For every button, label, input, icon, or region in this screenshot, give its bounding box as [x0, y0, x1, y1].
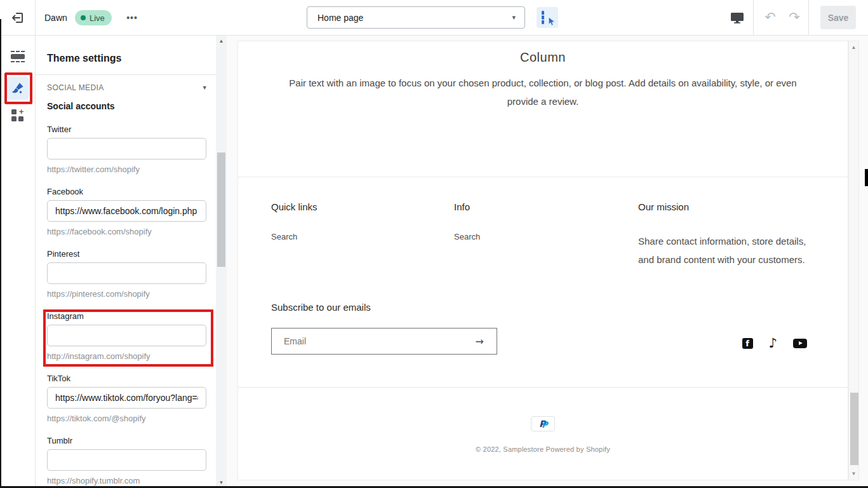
- window-edge-left: [0, 19, 1, 488]
- exit-button[interactable]: [0, 0, 36, 35]
- ellipsis-icon: •••: [126, 13, 138, 23]
- facebook-icon[interactable]: f: [742, 338, 753, 349]
- facebook-input[interactable]: [47, 200, 206, 222]
- redo-button[interactable]: ↷: [785, 8, 804, 27]
- sidebar-item-theme-settings[interactable]: [0, 77, 35, 100]
- info-heading: Info: [454, 201, 638, 212]
- quick-links-heading: Quick links: [271, 201, 454, 212]
- desktop-preview-button[interactable]: [728, 9, 747, 27]
- page-selector-dropdown[interactable]: Home page ▾: [307, 6, 525, 29]
- apps-icon: +: [11, 109, 24, 122]
- column-description: Pair text with an image to focus on your…: [275, 74, 811, 111]
- panel-scrollbar-thumb[interactable]: [217, 152, 225, 267]
- mission-heading: Our mission: [638, 201, 817, 212]
- page-selector-value: Home page: [317, 13, 363, 23]
- undo-button[interactable]: ↶: [761, 8, 780, 27]
- tumblr-helper: https://shopify.tumblr.com: [47, 476, 206, 485]
- save-button[interactable]: Save: [820, 6, 856, 29]
- subscribe-heading: Subscribe to our emails: [271, 302, 371, 313]
- arrow-right-icon: →: [476, 336, 484, 348]
- mission-text: Share contact information, store details…: [638, 232, 817, 269]
- shopify-theme-editor: Dawn Live ••• Home page ▾: [0, 0, 868, 488]
- twitter-input[interactable]: [47, 138, 206, 159]
- exit-icon: [11, 11, 25, 25]
- footer-columns: Quick links Search Info Search Our missi…: [271, 201, 822, 269]
- twitter-helper: https://twitter.com/shopify: [47, 165, 206, 174]
- preview-scrollbar-thumb[interactable]: [850, 393, 858, 465]
- footer-social-icons: f ♪: [742, 336, 807, 350]
- footer-column-info: Info Search: [454, 201, 638, 269]
- paypal-badge: P P: [531, 416, 555, 431]
- pinterest-input[interactable]: [47, 262, 206, 284]
- field-twitter: Twitter https://twitter.com/shopify: [47, 125, 206, 174]
- preview-scrollbar[interactable]: ▲ ▼: [848, 41, 859, 480]
- section-social-media-label: SOCIAL MEDIA: [47, 83, 104, 92]
- column-heading: Column: [238, 50, 848, 65]
- field-facebook: Facebook https://facebook.com/shopify: [47, 187, 206, 236]
- facebook-letter: f: [745, 339, 749, 349]
- live-dot-icon: [81, 15, 86, 20]
- tumblr-input[interactable]: [47, 449, 206, 471]
- sections-icon: [11, 51, 25, 62]
- info-search-link[interactable]: Search: [454, 232, 480, 241]
- instagram-label: Instagram: [47, 311, 206, 321]
- paypal-icon-front: P: [542, 420, 548, 430]
- live-status-badge: Live: [75, 10, 112, 25]
- selection-icon: [542, 12, 553, 24]
- editor-rail: +: [0, 36, 36, 488]
- section-select-tool-button[interactable]: [537, 7, 558, 28]
- sidebar-item-sections[interactable]: [0, 51, 35, 62]
- panel-title: Theme settings: [47, 53, 121, 64]
- chevron-down-icon: ▾: [512, 13, 516, 22]
- paintbrush-icon: [11, 82, 24, 95]
- footer-column-quick-links: Quick links Search: [271, 201, 454, 269]
- footer-bottom-divider: [238, 387, 848, 388]
- facebook-label: Facebook: [47, 187, 206, 196]
- store-preview: Column Pair text with an image to focus …: [237, 41, 848, 480]
- theme-settings-panel: Theme settings SOCIAL MEDIA ▼ Social acc…: [36, 36, 216, 488]
- preview-scroll-down-icon[interactable]: ▼: [849, 471, 858, 477]
- live-badge-label: Live: [90, 13, 105, 23]
- pinterest-helper: https://pinterest.com/shopify: [47, 289, 206, 299]
- newsletter-form: →: [271, 328, 497, 355]
- undo-icon: ↶: [765, 10, 776, 25]
- scroll-down-icon[interactable]: ▼: [216, 480, 227, 485]
- youtube-icon[interactable]: [793, 339, 807, 348]
- twitter-label: Twitter: [47, 125, 206, 134]
- social-accounts-title: Social accounts: [47, 101, 115, 111]
- collapse-caret-icon: ▼: [202, 85, 208, 91]
- topbar-divider: [808, 0, 809, 35]
- footer-column-mission: Our mission Share contact information, s…: [638, 201, 817, 269]
- tiktok-label: TikTok: [47, 374, 206, 383]
- more-actions-button[interactable]: •••: [122, 9, 142, 27]
- instagram-helper: http://instagram.com/shopify: [47, 351, 206, 361]
- tumblr-label: Tumblr: [47, 436, 206, 445]
- footer-top-divider: [238, 177, 848, 177]
- quick-links-search-link[interactable]: Search: [271, 232, 297, 241]
- instagram-input[interactable]: [47, 325, 206, 346]
- submit-arrow-button[interactable]: →: [463, 336, 497, 348]
- field-tumblr: Tumblr https://shopify.tumblr.com: [47, 436, 206, 485]
- monitor-icon: [730, 11, 744, 24]
- scroll-up-icon[interactable]: ▲: [216, 38, 227, 44]
- topbar-divider: [753, 0, 754, 35]
- field-instagram: Instagram http://instagram.com/shopify: [47, 311, 206, 361]
- tiktok-helper: https://tiktok.com/@shopify: [47, 414, 206, 423]
- section-social-media[interactable]: SOCIAL MEDIA ▼: [47, 81, 208, 95]
- facebook-helper: https://facebook.com/shopify: [47, 227, 206, 236]
- panel-divider: [36, 74, 216, 75]
- tiktok-input[interactable]: [47, 387, 206, 409]
- field-pinterest: Pinterest https://pinterest.com/shopify: [47, 249, 206, 299]
- sidebar-item-apps[interactable]: +: [0, 109, 35, 122]
- field-tiktok: TikTok https://tiktok.com/@shopify: [47, 374, 206, 423]
- redo-icon: ↷: [789, 10, 800, 25]
- email-input[interactable]: [272, 336, 463, 346]
- theme-name: Dawn: [44, 0, 67, 35]
- panel-scrollbar[interactable]: ▲ ▼: [216, 36, 227, 488]
- mouse-cursor-artifact: [865, 169, 868, 186]
- pinterest-label: Pinterest: [47, 249, 206, 259]
- copyright-text: © 2022, Samplestore Powered by Shopify: [238, 445, 848, 453]
- top-bar: Dawn Live ••• Home page ▾: [0, 0, 868, 36]
- preview-scroll-up-icon[interactable]: ▲: [849, 44, 858, 50]
- tiktok-icon[interactable]: ♪: [769, 337, 777, 349]
